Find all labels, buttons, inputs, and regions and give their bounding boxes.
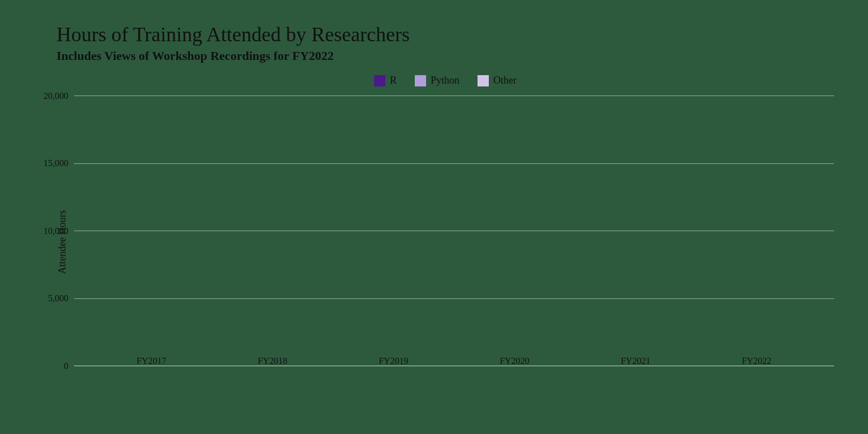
legend-label: Other — [493, 75, 517, 86]
legend-swatch — [415, 75, 426, 86]
bar-x-label: FY2021 — [620, 356, 650, 366]
chart-subtitle: Includes Views of Workshop Recordings fo… — [57, 49, 834, 63]
chart-container: Hours of Training Attended by Researcher… — [0, 0, 868, 434]
chart-legend: RPythonOther — [57, 75, 834, 86]
legend-item-other: Other — [478, 75, 517, 86]
chart-area: Attendee Hours 20,00015,00010,0005,0000 … — [57, 96, 834, 389]
legend-swatch — [478, 75, 489, 86]
plot-area: 20,00015,00010,0005,0000 FY2017FY2018FY2… — [74, 96, 834, 389]
bar-x-label: FY2018 — [258, 356, 287, 366]
bar-group-fy2022: FY2022 — [723, 351, 791, 366]
bar-x-label: FY2020 — [500, 356, 529, 366]
bar-group-fy2019: FY2019 — [359, 351, 427, 366]
legend-label: Python — [431, 75, 459, 86]
bar-group-fy2018: FY2018 — [238, 351, 306, 366]
bar-x-label: FY2022 — [742, 356, 771, 366]
bar-x-label: FY2019 — [379, 356, 408, 366]
legend-swatch — [374, 75, 385, 86]
bar-group-fy2021: FY2021 — [602, 351, 670, 366]
chart-title: Hours of Training Attended by Researcher… — [57, 23, 834, 46]
grid-tick-label: 15,000 — [34, 158, 68, 168]
y-axis-label: Attendee Hours — [57, 96, 68, 389]
grid-tick-label: 5,000 — [34, 293, 68, 303]
bar-group-fy2020: FY2020 — [481, 351, 549, 366]
legend-item-r: R — [374, 75, 397, 86]
bar-group-fy2017: FY2017 — [118, 351, 185, 366]
bars-container: FY2017FY2018FY2019FY2020FY2021FY2022 — [74, 96, 834, 366]
legend-label: R — [390, 75, 397, 86]
grid-tick-label: 0 — [34, 361, 68, 371]
bar-x-label: FY2017 — [137, 356, 166, 366]
grid-tick-label: 20,000 — [34, 91, 68, 101]
grid-tick-label: 10,000 — [34, 226, 68, 236]
legend-item-python: Python — [415, 75, 459, 86]
